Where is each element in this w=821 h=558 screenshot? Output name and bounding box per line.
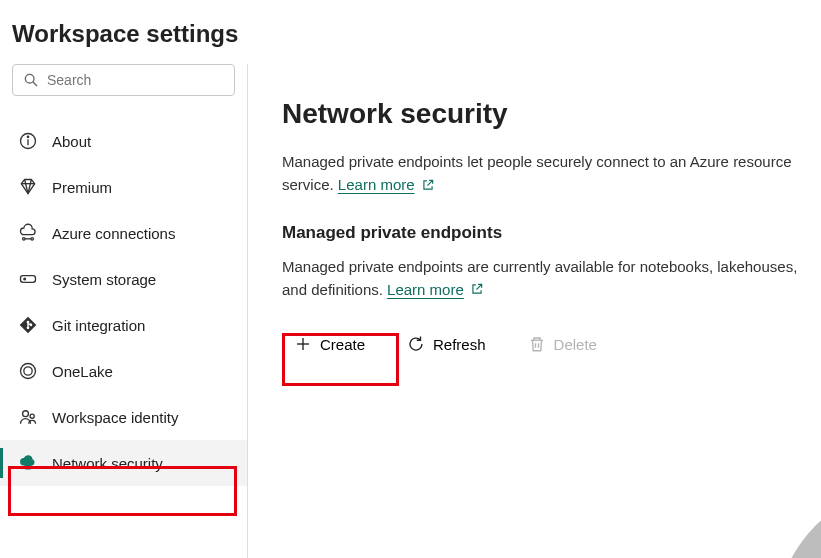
svg-point-12 — [21, 364, 36, 379]
svg-rect-11 — [28, 324, 31, 325]
search-input[interactable] — [47, 72, 224, 88]
sidebar-item-label: OneLake — [52, 363, 113, 380]
external-link-icon — [470, 282, 484, 296]
section-title: Managed private endpoints — [282, 223, 821, 243]
svg-point-13 — [23, 411, 29, 417]
delete-button: Delete — [516, 327, 609, 361]
sidebar-item-label: Git integration — [52, 317, 145, 334]
sidebar-item-label: Azure connections — [52, 225, 175, 242]
identity-icon — [18, 407, 38, 427]
cloud-connection-icon — [18, 223, 38, 243]
sidebar-nav: About Premium Azure connections System s… — [0, 118, 247, 486]
plus-icon — [294, 335, 312, 353]
storage-icon — [18, 269, 38, 289]
svg-line-16 — [427, 180, 432, 185]
sidebar: About Premium Azure connections System s… — [0, 64, 248, 558]
sidebar-item-git-integration[interactable]: Git integration — [0, 302, 247, 348]
refresh-button[interactable]: Refresh — [395, 327, 498, 361]
sidebar-item-workspace-identity[interactable]: Workspace identity — [0, 394, 247, 440]
search-icon — [23, 72, 39, 88]
sidebar-item-about[interactable]: About — [0, 118, 247, 164]
sidebar-item-system-storage[interactable]: System storage — [0, 256, 247, 302]
sidebar-item-label: Premium — [52, 179, 112, 196]
svg-point-4 — [27, 136, 28, 137]
trash-icon — [528, 335, 546, 353]
svg-rect-8 — [21, 276, 36, 283]
create-button[interactable]: Create — [282, 327, 377, 361]
svg-rect-10 — [27, 323, 28, 328]
learn-more-link-2[interactable]: Learn more — [387, 278, 484, 301]
svg-point-14 — [30, 414, 34, 418]
git-icon — [18, 315, 38, 335]
info-icon — [18, 131, 38, 151]
search-box[interactable] — [12, 64, 235, 96]
refresh-icon — [407, 335, 425, 353]
intro-description: Managed private endpoints let people sec… — [282, 150, 821, 197]
sidebar-item-label: System storage — [52, 271, 156, 288]
svg-point-9 — [24, 278, 26, 280]
svg-point-15 — [24, 465, 32, 469]
main-heading: Network security — [282, 98, 821, 130]
sidebar-item-label: Workspace identity — [52, 409, 178, 426]
sidebar-item-azure-connections[interactable]: Azure connections — [0, 210, 247, 256]
section-description: Managed private endpoints are currently … — [282, 255, 821, 302]
svg-line-17 — [476, 285, 481, 290]
svg-line-1 — [33, 82, 37, 86]
sidebar-item-label: Network security — [52, 455, 163, 472]
cloud-lock-icon — [18, 453, 38, 473]
empty-state-illustration — [776, 486, 821, 558]
sidebar-item-premium[interactable]: Premium — [0, 164, 247, 210]
onelake-icon — [18, 361, 38, 381]
sidebar-item-label: About — [52, 133, 91, 150]
page-title: Workspace settings — [0, 0, 821, 64]
svg-point-0 — [25, 74, 34, 83]
external-link-icon — [421, 178, 435, 192]
learn-more-link[interactable]: Learn more — [338, 173, 435, 196]
diamond-icon — [18, 177, 38, 197]
sidebar-item-onelake[interactable]: OneLake — [0, 348, 247, 394]
svg-point-6 — [31, 238, 34, 241]
sidebar-item-network-security[interactable]: Network security — [0, 440, 247, 486]
main-content: Network security Managed private endpoin… — [248, 64, 821, 558]
svg-point-5 — [23, 238, 26, 241]
toolbar: Create Refresh Delete — [282, 327, 821, 361]
